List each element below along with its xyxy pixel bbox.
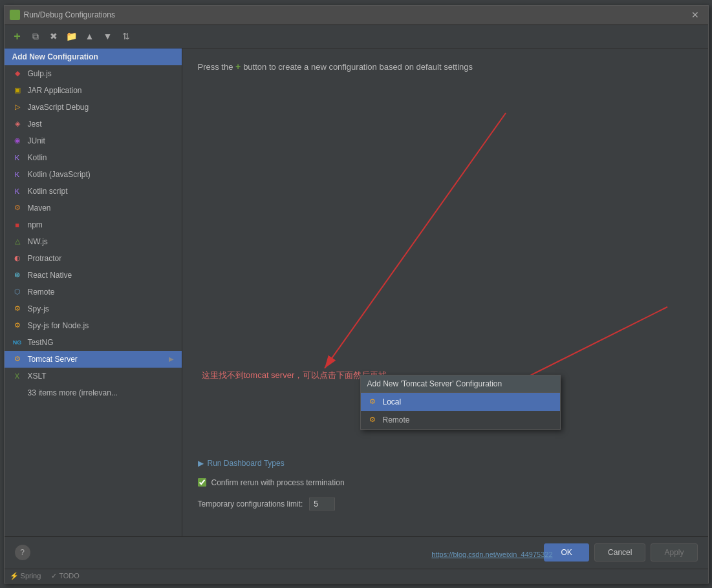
tomcat-submenu: Add New 'Tomcat Server' Configuration ⚙ … <box>360 375 561 430</box>
submenu-item-local[interactable]: ⚙ Local <box>361 393 560 411</box>
message-suffix: button to create a new configuration bas… <box>243 62 473 72</box>
confirm-rerun-checkbox[interactable] <box>198 478 206 487</box>
panel-message: Press the + button to create a new confi… <box>198 61 693 72</box>
sidebar-item-remote[interactable]: ⬡ Remote <box>5 284 182 300</box>
sidebar-item-nwjs[interactable]: △ NW.js <box>5 233 182 250</box>
sidebar-item-maven[interactable]: ⚙ Maven <box>5 200 182 216</box>
sidebar-item-kotlin[interactable]: K Kotlin <box>5 149 182 166</box>
jsdebug-icon: ▷ <box>12 102 23 112</box>
status-todo[interactable]: ✓ TODO <box>51 572 79 580</box>
close-button[interactable]: ✕ <box>687 8 703 21</box>
jest-icon: ◈ <box>12 119 23 129</box>
folder-button[interactable]: 📁 <box>64 28 80 44</box>
sidebar-item-xslt[interactable]: X XSLT <box>5 368 182 384</box>
testng-icon: NG <box>12 337 23 348</box>
gulp-icon: ◆ <box>12 68 23 79</box>
copy-button[interactable]: ⧉ <box>28 28 43 44</box>
sidebar-header: Add New Configuration <box>5 48 182 65</box>
submenu-remote-label: Remote <box>383 415 410 425</box>
plus-icon: + <box>235 61 243 72</box>
kotlin-js-icon: K <box>12 169 23 180</box>
jar-icon: ▣ <box>12 85 23 96</box>
annotation-text: 这里找不到tomcat server，可以点击下面然后再找 <box>202 370 387 381</box>
spyjs-node-icon: ⚙ <box>12 320 23 331</box>
csdn-url[interactable]: https://blog.csdn.net/weixin_44975322 <box>431 551 552 558</box>
tomcat-icon: ⚙ <box>12 354 23 364</box>
sidebar-item-npm[interactable]: ■ npm <box>5 216 182 233</box>
npm-icon: ■ <box>12 220 23 230</box>
svg-line-1 <box>325 113 506 368</box>
confirm-rerun-row: Confirm rerun with process termination <box>198 478 693 487</box>
kotlin-icon: K <box>12 152 23 163</box>
react-native-icon: ⊛ <box>12 270 23 280</box>
run-dashboard-link[interactable]: ▶ Run Dashboard Types <box>198 459 693 468</box>
right-panel: Press the + button to create a new confi… <box>182 48 708 536</box>
sidebar-item-jar[interactable]: ▣ JAR Application <box>5 82 182 99</box>
delete-button[interactable]: ✖ <box>46 28 61 44</box>
sidebar: Add New Configuration ◆ Gulp.js ▣ JAR Ap… <box>5 48 182 536</box>
window-title: Run/Debug Configurations <box>24 10 687 19</box>
temp-config-label: Temporary configurations limit: <box>198 499 303 509</box>
junit-icon: ◉ <box>12 136 23 146</box>
temp-config-input[interactable] <box>309 498 335 510</box>
sidebar-item-react-native[interactable]: ⊛ React Native <box>5 267 182 284</box>
sidebar-item-jsdebug[interactable]: ▷ JavaScript Debug <box>5 99 182 116</box>
nwjs-icon: △ <box>12 236 23 247</box>
sidebar-item-testng[interactable]: NG TestNG <box>5 334 182 351</box>
temp-config-row: Temporary configurations limit: <box>198 498 693 510</box>
sidebar-item-spyjs-node[interactable]: ⚙ Spy-js for Node.js <box>5 317 182 334</box>
status-bar: ⚡ Spring ✓ TODO <box>5 569 708 583</box>
apply-button[interactable]: Apply <box>651 543 697 562</box>
title-bar: Run/Debug Configurations ✕ <box>5 6 708 25</box>
sidebar-item-junit[interactable]: ◉ JUnit <box>5 132 182 149</box>
kotlin-script-icon: K <box>12 186 23 196</box>
status-spring[interactable]: ⚡ Spring <box>10 572 41 580</box>
dialog-footer: ? https://blog.csdn.net/weixin_44975322 … <box>5 536 708 569</box>
xslt-icon: X <box>12 371 23 381</box>
sidebar-item-protractor[interactable]: ◐ Protractor <box>5 250 182 267</box>
remote-icon: ⬡ <box>12 287 23 297</box>
run-dashboard-label: Run Dashboard Types <box>208 459 285 468</box>
more-icon <box>12 388 23 398</box>
window-icon <box>10 10 20 20</box>
maven-icon: ⚙ <box>12 203 23 213</box>
spyjs-icon: ⚙ <box>12 304 23 314</box>
protractor-icon: ◐ <box>12 253 23 264</box>
move-down-button[interactable]: ▼ <box>100 28 116 44</box>
add-button[interactable]: + <box>10 28 25 44</box>
submenu-item-remote[interactable]: ⚙ Remote <box>361 411 560 429</box>
submenu-local-label: Local <box>383 397 402 406</box>
confirm-rerun-label: Confirm rerun with process termination <box>211 478 345 487</box>
sidebar-item-jest[interactable]: ◈ Jest <box>5 116 182 132</box>
help-button[interactable]: ? <box>15 545 30 560</box>
submenu-local-icon: ⚙ <box>367 397 378 407</box>
cancel-button[interactable]: Cancel <box>594 543 645 562</box>
submenu-arrow-icon: ▶ <box>169 355 174 362</box>
sidebar-item-kotlin-js[interactable]: K Kotlin (JavaScript) <box>5 166 182 183</box>
move-up-button[interactable]: ▲ <box>82 28 98 44</box>
submenu-remote-icon: ⚙ <box>367 415 378 425</box>
sidebar-item-more[interactable]: 33 items more (irrelevan... <box>5 384 182 401</box>
sort-button[interactable]: ⇅ <box>118 28 134 44</box>
toolbar: + ⧉ ✖ 📁 ▲ ▼ ⇅ <box>5 25 708 48</box>
message-prefix: Press the <box>198 62 233 72</box>
submenu-header: Add New 'Tomcat Server' Configuration <box>361 375 560 393</box>
sidebar-item-kotlin-script[interactable]: K Kotlin script <box>5 183 182 200</box>
sidebar-item-tomcat[interactable]: ⚙ Tomcat Server ▶ <box>5 351 182 368</box>
main-content: Add New Configuration ◆ Gulp.js ▣ JAR Ap… <box>5 48 708 536</box>
sidebar-item-spyjs[interactable]: ⚙ Spy-js <box>5 300 182 317</box>
sidebar-item-gulp[interactable]: ◆ Gulp.js <box>5 65 182 82</box>
run-dashboard-triangle-icon: ▶ <box>198 459 204 468</box>
run-debug-configurations-window: Run/Debug Configurations ✕ + ⧉ ✖ 📁 ▲ ▼ ⇅… <box>4 5 709 583</box>
